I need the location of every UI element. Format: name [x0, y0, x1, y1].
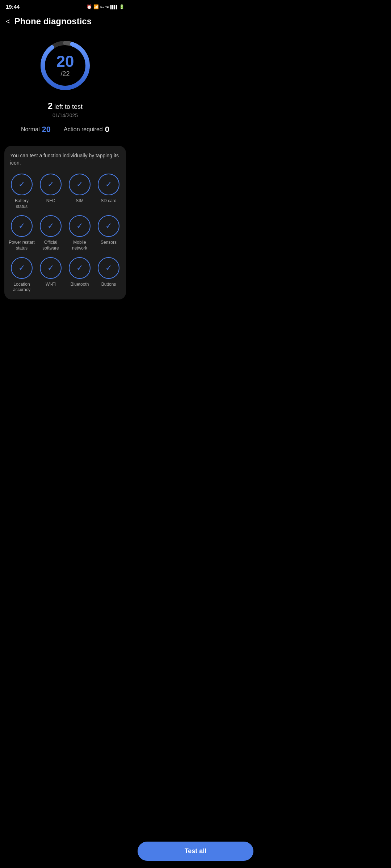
- buttons-circle: ✓: [98, 257, 119, 279]
- grid-item-wi-fi[interactable]: ✓Wi-Fi: [38, 257, 64, 293]
- nfc-circle: ✓: [40, 174, 62, 195]
- chart-section: 20 /22 2 left to test 01/14/2025 Normal …: [0, 29, 130, 141]
- buttons-checkmark: ✓: [105, 263, 112, 273]
- power-restart-status-checkmark: ✓: [18, 221, 25, 231]
- sd-card-checkmark: ✓: [105, 180, 112, 189]
- bluetooth-label: Bluetooth: [71, 282, 89, 288]
- donut-current: 20: [56, 54, 74, 69]
- sim-checkmark: ✓: [76, 180, 83, 189]
- wi-fi-label: Wi-Fi: [46, 282, 56, 288]
- location-accuracy-circle: ✓: [11, 257, 33, 279]
- official-software-label: Official software: [38, 240, 64, 251]
- battery-status-checkmark: ✓: [18, 180, 25, 189]
- power-restart-status-label: Power restart status: [9, 240, 35, 251]
- location-accuracy-label: Location accuracy: [9, 282, 35, 293]
- sensors-circle: ✓: [98, 215, 119, 237]
- status-icons: [87, 4, 125, 9]
- battery-icon: [119, 4, 125, 9]
- wi-fi-circle: ✓: [40, 257, 62, 279]
- grid-item-nfc[interactable]: ✓NFC: [38, 174, 64, 209]
- diagnostics-grid: ✓Battery status✓NFC✓SIM✓SD card✓Power re…: [9, 174, 122, 293]
- battery-status-circle: ✓: [11, 174, 33, 195]
- location-accuracy-checkmark: ✓: [18, 263, 25, 273]
- official-software-checkmark: ✓: [47, 221, 54, 231]
- bluetooth-checkmark: ✓: [76, 263, 83, 273]
- mobile-network-label: Mobile network: [67, 240, 93, 251]
- sd-card-label: SD card: [101, 198, 116, 204]
- grid-item-official-software[interactable]: ✓Official software: [38, 215, 64, 251]
- volte-icon: [100, 4, 109, 9]
- sim-circle: ✓: [69, 174, 91, 195]
- grid-item-power-restart-status[interactable]: ✓Power restart status: [9, 215, 35, 251]
- normal-value: 20: [42, 125, 51, 134]
- back-button[interactable]: <: [6, 17, 10, 26]
- grid-item-buttons[interactable]: ✓Buttons: [96, 257, 122, 293]
- card-hint: You can test a function individually by …: [9, 152, 122, 166]
- test-date: 01/14/2025: [48, 112, 83, 118]
- normal-stat: Normal 20: [21, 125, 51, 134]
- sim-label: SIM: [76, 198, 83, 204]
- status-time: 19:44: [6, 4, 20, 10]
- page-title: Phone diagnostics: [14, 16, 92, 26]
- donut-total: /22: [56, 70, 74, 78]
- grid-item-sd-card[interactable]: ✓SD card: [96, 174, 122, 209]
- mobile-network-circle: ✓: [69, 215, 91, 237]
- page-header: < Phone diagnostics: [0, 12, 130, 29]
- battery-status-label: Battery status: [9, 198, 35, 209]
- normal-label: Normal: [21, 126, 40, 133]
- mobile-network-checkmark: ✓: [76, 221, 83, 231]
- official-software-circle: ✓: [40, 215, 62, 237]
- wi-fi-checkmark: ✓: [47, 263, 54, 273]
- buttons-label: Buttons: [101, 282, 116, 288]
- bluetooth-circle: ✓: [69, 257, 91, 279]
- left-label: left to test: [54, 103, 83, 110]
- action-value: 0: [105, 125, 109, 134]
- nfc-checkmark: ✓: [47, 180, 54, 189]
- wifi-icon: [93, 4, 99, 9]
- status-bar: 19:44: [0, 0, 130, 12]
- grid-item-location-accuracy[interactable]: ✓Location accuracy: [9, 257, 35, 293]
- grid-item-battery-status[interactable]: ✓Battery status: [9, 174, 35, 209]
- nfc-label: NFC: [46, 198, 55, 204]
- left-count: 2: [48, 101, 52, 111]
- grid-item-bluetooth[interactable]: ✓Bluetooth: [67, 257, 93, 293]
- action-label: Action required: [64, 126, 103, 133]
- grid-item-sim[interactable]: ✓SIM: [67, 174, 93, 209]
- diagnostics-card: You can test a function individually by …: [4, 146, 126, 299]
- power-restart-status-circle: ✓: [11, 215, 33, 237]
- sensors-label: Sensors: [101, 240, 117, 246]
- left-to-test-section: 2 left to test 01/14/2025: [48, 101, 83, 118]
- grid-item-mobile-network[interactable]: ✓Mobile network: [67, 215, 93, 251]
- grid-item-sensors[interactable]: ✓Sensors: [96, 215, 122, 251]
- donut-chart: 20 /22: [36, 37, 94, 94]
- sensors-checkmark: ✓: [105, 221, 112, 231]
- alarm-icon: [87, 4, 92, 9]
- stats-row: Normal 20 Action required 0: [21, 125, 109, 134]
- sd-card-circle: ✓: [98, 174, 119, 195]
- signal-icon: [110, 4, 118, 9]
- action-stat: Action required 0: [64, 125, 109, 134]
- donut-center: 20 /22: [56, 54, 74, 78]
